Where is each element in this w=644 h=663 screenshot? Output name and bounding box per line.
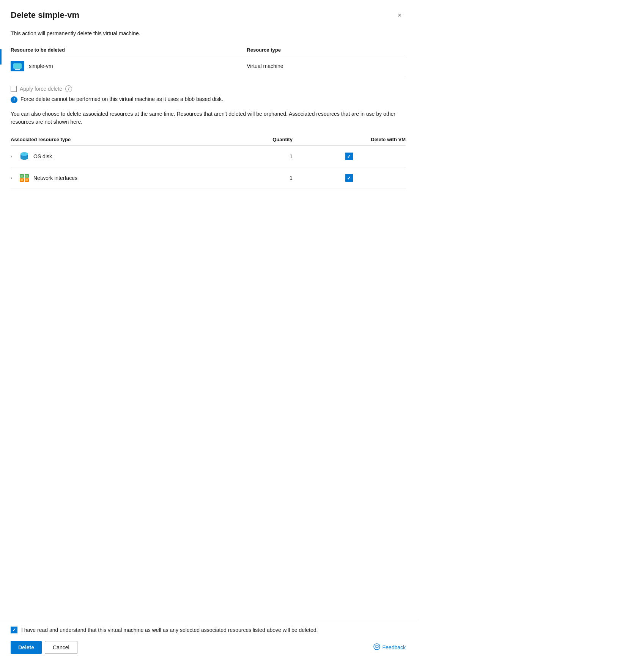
col-type-header: Resource type bbox=[247, 44, 406, 56]
resource-type: Virtual machine bbox=[247, 56, 406, 76]
col-quantity-header: Quantity bbox=[228, 134, 293, 146]
col-assoc-type-header: Associated resource type bbox=[11, 134, 228, 146]
cancel-button[interactable]: Cancel bbox=[45, 641, 77, 654]
table-row: › bbox=[11, 167, 406, 189]
resource-table: Resource to be deleted Resource type sim… bbox=[11, 44, 406, 76]
feedback-link[interactable]: Feedback bbox=[373, 643, 406, 652]
left-accent bbox=[0, 49, 2, 65]
info-icon-blue: i bbox=[11, 96, 17, 103]
resource-name: simple-vm bbox=[29, 63, 53, 69]
expand-icon[interactable]: › bbox=[11, 154, 12, 159]
col-resource-header: Resource to be deleted bbox=[11, 44, 247, 56]
force-delete-row: Apply force delete i bbox=[11, 85, 406, 92]
table-row: › OS disk bbox=[11, 146, 406, 167]
force-delete-section: Apply force delete i i Force delete cann… bbox=[11, 85, 406, 103]
svg-rect-11 bbox=[20, 179, 23, 181]
os-disk-delete-checkbox[interactable] bbox=[345, 153, 353, 160]
button-group: Delete Cancel bbox=[11, 641, 77, 654]
force-delete-label: Apply force delete bbox=[20, 86, 62, 92]
svg-rect-8 bbox=[25, 175, 28, 177]
svg-point-4 bbox=[20, 152, 28, 156]
force-delete-info-icon[interactable]: i bbox=[65, 85, 72, 92]
close-button[interactable]: × bbox=[394, 9, 406, 21]
network-checkbox-cell bbox=[293, 167, 406, 189]
button-row: Delete Cancel Feedback bbox=[11, 641, 406, 654]
feedback-label: Feedback bbox=[383, 644, 406, 650]
associated-table: Associated resource type Quantity Delete… bbox=[11, 134, 406, 189]
network-name-cell: › bbox=[11, 173, 228, 183]
os-disk-quantity: 1 bbox=[228, 146, 293, 167]
force-delete-warning: i Force delete cannot be performed on th… bbox=[11, 96, 406, 103]
delete-dialog: Delete simple-vm × This action will perm… bbox=[0, 0, 416, 663]
feedback-icon bbox=[373, 643, 380, 652]
network-label: Network interfaces bbox=[33, 175, 77, 181]
dialog-body: This action will permanently delete this… bbox=[0, 27, 416, 620]
force-delete-warning-text: Force delete cannot be performed on this… bbox=[20, 96, 223, 102]
associated-description: You can also choose to delete associated… bbox=[11, 110, 406, 126]
confirmation-row: I have read and understand that this vir… bbox=[11, 626, 406, 634]
os-disk-label: OS disk bbox=[33, 153, 52, 159]
resource-name-cell: simple-vm bbox=[11, 61, 247, 71]
svg-rect-12 bbox=[25, 179, 28, 181]
network-delete-checkbox[interactable] bbox=[345, 174, 353, 182]
expand-icon[interactable]: › bbox=[11, 175, 12, 181]
col-delete-header: Delete with VM bbox=[293, 134, 406, 146]
os-disk-name-cell: › OS disk bbox=[11, 151, 228, 162]
description-text: This action will permanently delete this… bbox=[11, 30, 406, 36]
svg-point-13 bbox=[374, 644, 380, 650]
os-disk-checkbox-cell bbox=[293, 146, 406, 167]
force-delete-checkbox[interactable] bbox=[11, 86, 17, 92]
dialog-header: Delete simple-vm × bbox=[0, 0, 416, 27]
vm-icon bbox=[11, 61, 24, 71]
dialog-title: Delete simple-vm bbox=[11, 10, 79, 20]
confirmation-text: I have read and understand that this vir… bbox=[21, 626, 318, 634]
confirmation-checkbox[interactable] bbox=[11, 627, 17, 633]
dialog-footer: I have read and understand that this vir… bbox=[0, 620, 416, 663]
network-icon bbox=[19, 173, 30, 183]
os-disk-icon bbox=[19, 151, 30, 162]
svg-point-3 bbox=[20, 156, 28, 160]
table-row: simple-vm Virtual machine bbox=[11, 56, 406, 76]
svg-rect-7 bbox=[20, 175, 23, 177]
delete-button[interactable]: Delete bbox=[11, 641, 42, 654]
network-quantity: 1 bbox=[228, 167, 293, 189]
